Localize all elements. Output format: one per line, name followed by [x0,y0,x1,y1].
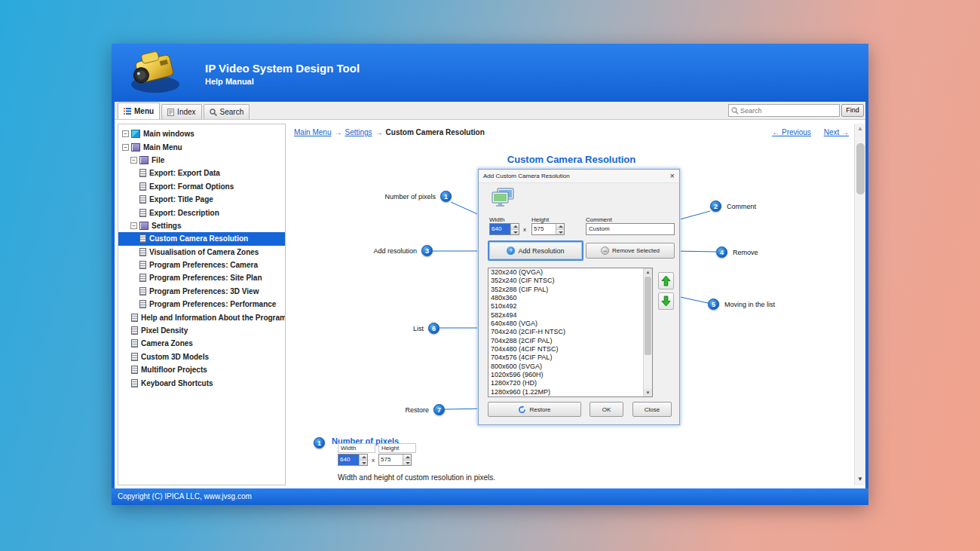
tree-item-icon [139,248,146,256]
tree-item[interactable]: Custom Camera Resolution [118,232,285,245]
spin-up-icon[interactable] [360,455,367,461]
tree-expander-icon[interactable]: − [122,130,129,137]
search-icon [731,107,739,115]
tree-item-icon [139,274,146,282]
tree-item[interactable]: Visualisation of Camera Zones [118,246,285,259]
resolution-list-item[interactable]: 1280x960 (1.22MP) [488,388,652,396]
resolution-list-item[interactable]: 704x576 (4CIF PAL) [488,354,652,362]
previous-link[interactable]: ← Previous [772,128,811,136]
resolution-list-item[interactable]: 510x492 [488,302,652,311]
resolution-list-item[interactable]: 704x480 (4CIF NTSC) [488,345,652,354]
resolution-list-item[interactable]: 704x288 (2CIF PAL) [488,337,652,345]
scroll-up-icon[interactable]: ▲ [644,268,652,276]
dialog-title: Add Custom Camera Resolution [483,173,570,179]
tree-item-label: Settings [152,222,181,230]
index-icon [167,109,174,116]
width-spinner[interactable]: 640 [489,223,519,235]
resolution-list-item[interactable]: 800x600 (SVGA) [488,363,652,371]
remove-selected-button[interactable]: − Remove Selected [586,243,675,259]
spin-down-icon[interactable] [556,230,564,235]
ok-button[interactable]: OK [590,402,623,417]
height-value[interactable]: 575 [532,224,556,234]
content-scrollbar[interactable]: ▲ ▼ [854,124,865,485]
breadcrumb-separator: → [334,128,341,136]
dialog-close-icon[interactable]: × [670,171,675,180]
window-header: IP Video System Design Tool Help Manual [112,44,868,102]
tree-expander-icon[interactable]: − [130,157,137,164]
content-scrollbar-thumb[interactable] [856,143,865,194]
tab-index-label: Index [177,108,195,116]
next-link[interactable]: Next → [824,128,849,136]
move-down-button[interactable] [658,292,674,310]
tab-bar: Menu Index Search Find [115,102,865,120]
resolution-list-item[interactable]: 352x288 (CIF PAL) [488,286,652,294]
tree-item[interactable]: Program Preferences: Performance [118,298,285,311]
section-width-value[interactable]: 640 [338,455,359,465]
section-width-spinner[interactable]: 640 [338,454,368,466]
resolution-list-item[interactable]: 704x240 (2CIF-H NTSC) [488,328,652,336]
breadcrumb-link-main-menu[interactable]: Main Menu [294,128,331,136]
tree-item-label: Program Preferences: Performance [149,300,276,308]
tree-item[interactable]: − Settings [118,219,285,232]
resolution-list-item[interactable]: 352x240 (CIF NTSC) [488,277,652,285]
list-scrollbar[interactable]: ▲ ▼ [643,268,652,396]
tree-item-icon [139,287,146,295]
tree-item[interactable]: Program Preferences: Site Plan [118,271,285,284]
tree-expander-icon[interactable]: − [130,222,137,229]
resolution-list-item[interactable]: 1280x720 (HD) [488,379,652,387]
tree-item[interactable]: − File [118,154,285,167]
content-scroll-down-icon[interactable]: ▼ [855,474,865,485]
restore-button[interactable]: Restore [488,402,581,417]
spin-down-icon[interactable] [511,230,519,235]
comment-input[interactable]: Custom [586,223,675,235]
tree-item[interactable]: Multifloor Projects [118,363,285,376]
scroll-down-icon[interactable]: ▼ [644,389,652,396]
spin-up-icon[interactable] [403,455,411,461]
tree-item-icon [139,300,146,308]
tree-item-icon [131,339,138,347]
tree-item[interactable]: Program Preferences: Camera [118,259,285,271]
spin-down-icon[interactable] [360,461,367,466]
width-value[interactable]: 640 [490,224,510,234]
resolution-list-item[interactable]: 582x494 [488,311,652,320]
breadcrumb-link-settings[interactable]: Settings [345,128,372,136]
tab-index[interactable]: Index [161,104,201,119]
resolution-list-item[interactable]: 480x360 [488,294,652,302]
tree-item[interactable]: Export: Export Data [118,167,285,179]
tree-item[interactable]: Export: Description [118,206,285,219]
tree-item[interactable]: − Main windows [118,127,285,140]
tree-item[interactable]: − Main Menu [118,140,285,153]
add-resolution-button[interactable]: + Add Resolution [488,240,583,261]
tree-item-icon [131,130,140,138]
find-button[interactable]: Find [841,104,864,117]
tree-item[interactable]: Export: Title Page [118,193,285,206]
tab-search[interactable]: Search [204,104,250,119]
tree-item[interactable]: Export: Format Options [118,180,285,193]
height-spinner[interactable]: 575 [531,223,565,235]
section-height-spinner[interactable]: 575 [378,454,412,466]
resolution-list-item[interactable]: 640x480 (VGA) [488,320,652,328]
spin-down-icon[interactable] [403,461,411,466]
tree-item-label: Export: Format Options [149,182,234,191]
tab-menu[interactable]: Menu [118,103,160,119]
spin-up-icon[interactable] [556,224,564,230]
list-scrollbar-thumb[interactable] [645,277,651,355]
tab-search-label: Search [220,108,244,116]
callout-4-badge: 4 [716,246,727,258]
spin-up-icon[interactable] [511,224,519,230]
resolution-list[interactable]: 320x240 (QVGA) 352x240 (CIF NTSC) 352x28… [488,268,653,397]
close-button[interactable]: Close [632,402,672,417]
tree-item[interactable]: Camera Zones [118,337,285,350]
tree-item[interactable]: Custom 3D Models [118,350,285,363]
section-height-value[interactable]: 575 [379,455,403,465]
resolution-list-item[interactable]: 320x240 (QVGA) [488,268,652,277]
resolution-list-item[interactable]: 1020x596 (960H) [488,371,652,379]
tree-item[interactable]: Keyboard Shortcuts [118,376,285,389]
search-input[interactable] [740,107,839,115]
tree-expander-icon[interactable]: − [122,144,129,151]
content-scroll-up-icon[interactable]: ▲ [855,124,865,134]
tree-item[interactable]: Help and Information About the Program [118,311,285,323]
tree-item[interactable]: Program Preferences: 3D View [118,285,285,298]
tree-item[interactable]: Pixel Density [118,324,285,337]
move-up-button[interactable] [658,272,674,289]
